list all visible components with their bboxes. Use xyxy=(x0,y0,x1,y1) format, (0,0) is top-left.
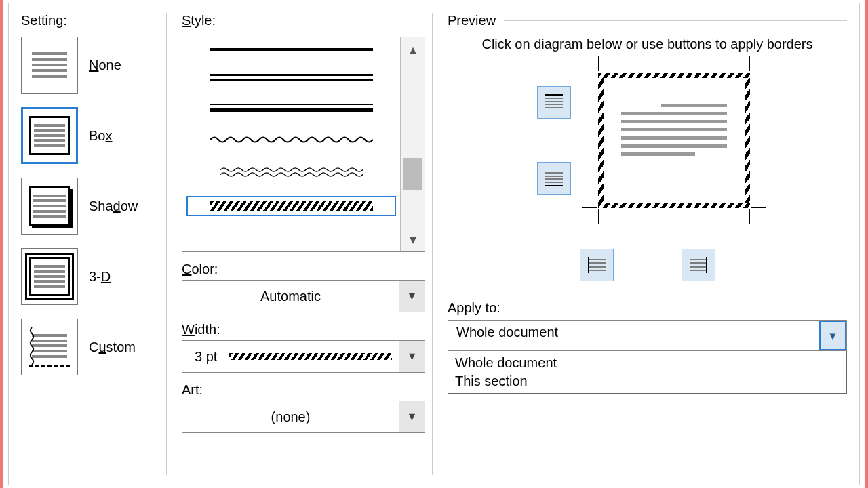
color-label: Color: xyxy=(182,262,425,277)
setting-label: Setting: xyxy=(21,13,159,28)
style-label: Style: xyxy=(182,13,425,28)
scroll-thumb[interactable] xyxy=(403,158,422,190)
style-wave-double[interactable] xyxy=(186,163,396,181)
scroll-down-icon[interactable]: ▾ xyxy=(410,227,416,251)
style-wave[interactable] xyxy=(186,131,396,148)
art-value: (none) xyxy=(182,409,399,425)
preview-diagram[interactable] xyxy=(590,64,758,216)
preview-label: Preview xyxy=(448,13,496,28)
setting-box[interactable]: Box xyxy=(21,107,159,164)
art-dropdown-button[interactable]: ▼ xyxy=(399,401,425,432)
style-scrollbar[interactable]: ▴ ▾ xyxy=(400,37,425,251)
width-value: 3 pt xyxy=(182,349,229,365)
style-hatch[interactable] xyxy=(186,196,396,216)
apply-to-value: Whole document xyxy=(448,321,819,350)
border-right-button[interactable] xyxy=(682,249,715,281)
color-value: Automatic xyxy=(182,289,399,304)
width-label: Width: xyxy=(182,322,425,338)
color-dropdown-button[interactable]: ▼ xyxy=(399,281,425,312)
apply-to-list[interactable]: Whole document This section xyxy=(448,351,847,394)
border-left-button[interactable] xyxy=(580,249,614,281)
border-top-button[interactable] xyxy=(537,86,571,119)
scroll-up-icon[interactable]: ▴ xyxy=(410,37,416,62)
setting-3d[interactable]: 3-D xyxy=(21,248,159,305)
art-label: Art: xyxy=(182,382,425,398)
apply-to-option-section[interactable]: This section xyxy=(455,372,840,390)
art-combo[interactable]: (none) ▼ xyxy=(182,401,425,433)
color-combo[interactable]: Automatic ▼ xyxy=(182,280,425,312)
apply-to-combo[interactable]: Whole document ▼ xyxy=(448,320,847,351)
setting-none[interactable]: None xyxy=(21,37,159,94)
setting-custom[interactable]: Custom xyxy=(21,319,159,375)
style-thick[interactable] xyxy=(186,44,396,55)
apply-to-label: Apply to: xyxy=(448,300,847,316)
width-combo[interactable]: 3 pt ▼ xyxy=(182,340,425,373)
style-thin-thick[interactable] xyxy=(186,100,396,116)
border-bottom-button[interactable] xyxy=(537,162,571,195)
width-dropdown-button[interactable]: ▼ xyxy=(399,341,425,372)
style-list[interactable]: ▴ ▾ xyxy=(182,37,425,252)
apply-to-option-whole[interactable]: Whole document xyxy=(455,354,840,372)
preview-hint: Click on diagram below or use buttons to… xyxy=(475,35,820,54)
setting-shadow[interactable]: Shadow xyxy=(21,178,159,235)
style-double[interactable] xyxy=(186,70,396,85)
apply-to-dropdown-button[interactable]: ▼ xyxy=(819,321,846,350)
